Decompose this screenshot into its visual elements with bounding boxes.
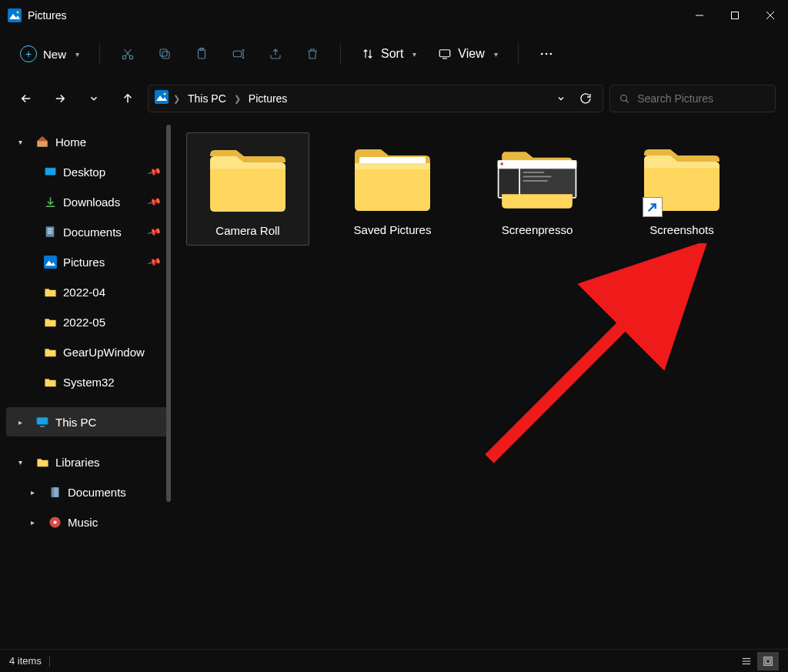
svg-rect-32	[48, 229, 53, 229]
svg-rect-4	[732, 12, 739, 19]
pictures-icon	[43, 255, 57, 269]
sidebar-item-home[interactable]: ▾ Home	[6, 127, 169, 156]
titlebar: Pictures	[0, 0, 788, 31]
folder-icon	[43, 375, 57, 389]
separator	[99, 43, 100, 65]
folder-screenpresso[interactable]: Screenpresso	[476, 132, 599, 246]
folder-icon	[639, 139, 724, 216]
separator	[49, 656, 50, 667]
pin-icon: 📌	[147, 224, 162, 239]
svg-line-53	[489, 266, 682, 459]
sort-label: Sort	[381, 47, 403, 61]
view-icon	[438, 47, 452, 61]
search-box[interactable]	[609, 85, 776, 112]
sidebar: ▾ Home Desktop 📌 Downloads 📌 Documents 📌	[0, 120, 174, 649]
minimize-button[interactable]	[682, 0, 717, 31]
address-dropdown-button[interactable]	[550, 88, 572, 109]
up-button[interactable]	[114, 85, 142, 112]
svg-point-23	[549, 53, 552, 55]
sidebar-item-label: Documents	[63, 226, 122, 239]
address-bar[interactable]: ❯ This PC ❯ Pictures	[148, 85, 603, 112]
sidebar-item-label: This PC	[55, 416, 96, 429]
paste-button[interactable]	[186, 40, 217, 68]
cut-button[interactable]	[112, 40, 143, 68]
svg-rect-35	[44, 256, 57, 269]
svg-rect-38	[37, 418, 48, 424]
document-icon	[43, 225, 57, 239]
svg-rect-24	[155, 90, 169, 104]
svg-rect-15	[233, 51, 242, 57]
svg-point-26	[164, 93, 166, 95]
back-button[interactable]	[12, 85, 40, 112]
forward-button[interactable]	[46, 85, 74, 112]
chevron-right-icon: ▸	[31, 518, 42, 527]
chevron-down-icon: ▾	[412, 50, 416, 59]
sidebar-item-label: System32	[63, 376, 115, 389]
folder-icon	[43, 345, 57, 359]
sidebar-item-desktop[interactable]: Desktop 📌	[6, 157, 169, 186]
content-area: Camera Roll Saved Pictures	[174, 120, 788, 649]
share-button[interactable]	[260, 40, 291, 68]
view-button[interactable]: View ▾	[430, 42, 505, 65]
maximize-button[interactable]	[717, 0, 753, 31]
svg-rect-39	[40, 426, 45, 427]
toolbar: + New ▾ Sort ▾ View ▾	[0, 31, 788, 77]
sidebar-item-folder[interactable]: System32	[6, 367, 169, 396]
pin-icon: 📌	[147, 194, 162, 209]
svg-rect-0	[8, 8, 22, 22]
svg-line-28	[626, 100, 628, 102]
sidebar-item-label: Desktop	[63, 165, 105, 179]
chevron-down-icon: ▾	[494, 50, 498, 59]
folder-icon	[35, 455, 49, 469]
svg-point-21	[541, 53, 543, 55]
svg-point-47	[500, 162, 503, 165]
svg-rect-46	[498, 160, 577, 167]
folder-label: Saved Pictures	[354, 223, 432, 236]
sidebar-item-label: 2022-05	[63, 316, 105, 329]
sidebar-item-folder[interactable]: GearUpWindow	[6, 337, 169, 366]
recent-button[interactable]	[80, 85, 108, 112]
chevron-down-icon: ▾	[18, 138, 29, 146]
sidebar-item-lib-documents[interactable]: ▸ Documents	[6, 477, 169, 507]
sidebar-item-libraries[interactable]: ▾ Libraries	[6, 447, 169, 476]
statusbar: 4 items	[0, 649, 788, 672]
search-input[interactable]	[637, 92, 766, 105]
close-button[interactable]	[753, 0, 788, 31]
folder-camera-roll[interactable]: Camera Roll	[186, 132, 309, 246]
details-view-button[interactable]	[736, 652, 757, 670]
sidebar-item-folder[interactable]: 2022-05	[6, 307, 169, 336]
rename-button[interactable]	[223, 40, 254, 68]
svg-rect-19	[440, 50, 451, 57]
svg-rect-30	[45, 168, 55, 175]
this-pc-icon	[35, 415, 49, 429]
copy-button[interactable]	[149, 40, 180, 68]
refresh-button[interactable]	[575, 88, 596, 109]
folder-saved-pictures[interactable]: Saved Pictures	[331, 132, 454, 246]
folder-screenshots[interactable]: Screenshots	[620, 132, 743, 246]
icons-view-button[interactable]	[757, 652, 779, 670]
folder-icon	[350, 139, 435, 216]
breadcrumb-this-pc[interactable]: This PC	[185, 91, 229, 106]
sidebar-item-this-pc[interactable]: ▸ This PC	[6, 407, 169, 436]
svg-rect-51	[523, 176, 552, 178]
folder-icon	[495, 139, 579, 216]
more-button[interactable]	[531, 40, 562, 68]
sidebar-item-downloads[interactable]: Downloads 📌	[6, 187, 169, 216]
download-icon	[43, 195, 57, 209]
sidebar-item-documents[interactable]: Documents 📌	[6, 217, 169, 246]
annotation-arrow	[466, 243, 713, 474]
folder-grid: Camera Roll Saved Pictures	[186, 132, 776, 246]
sidebar-item-pictures[interactable]: Pictures 📌	[6, 247, 169, 276]
breadcrumb-pictures[interactable]: Pictures	[245, 91, 291, 106]
sort-button[interactable]: Sort ▾	[353, 42, 424, 65]
home-icon	[35, 135, 49, 149]
chevron-right-icon: ▸	[18, 418, 29, 426]
new-button[interactable]: + New ▾	[12, 41, 87, 67]
sidebar-item-lib-music[interactable]: ▸ Music	[6, 507, 169, 537]
delete-button[interactable]	[297, 40, 328, 68]
sidebar-item-label: Downloads	[63, 196, 120, 209]
navbar: ❯ This PC ❯ Pictures	[0, 77, 788, 120]
sidebar-item-folder[interactable]: 2022-04	[6, 277, 169, 306]
scrollbar[interactable]	[166, 125, 171, 502]
location-icon	[155, 90, 169, 107]
